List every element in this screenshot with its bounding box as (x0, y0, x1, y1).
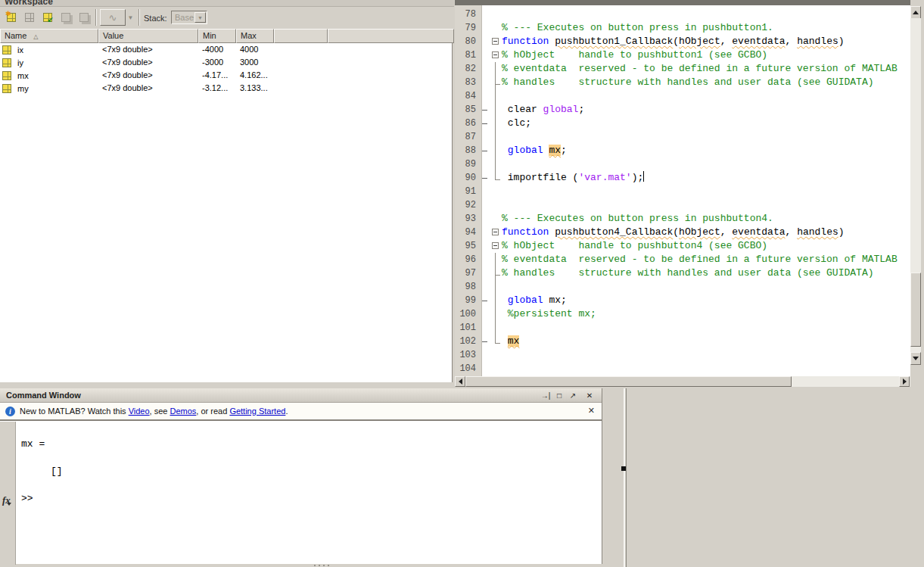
stack-dropdown-arrow-icon[interactable]: ▼ (194, 12, 206, 23)
column-header-value[interactable]: Value (98, 29, 198, 43)
breakpoint-margin[interactable] (479, 294, 491, 307)
plot-dropdown-button[interactable]: ▼ (126, 9, 135, 26)
breakpoint-margin[interactable] (479, 198, 491, 212)
scroll-up-button[interactable] (910, 6, 921, 19)
stack-combobox[interactable]: Base ▼ (171, 11, 207, 24)
breakpoint-margin[interactable] (479, 266, 491, 280)
editor-line[interactable]: 97% handles structure with handles and u… (455, 266, 910, 280)
breakpoint-margin[interactable] (479, 348, 491, 362)
undock-button[interactable]: ↗ (567, 390, 579, 401)
editor-line[interactable]: 102 mx (455, 335, 910, 348)
editor-line[interactable]: 91 (455, 185, 910, 198)
breakpoint-margin[interactable] (479, 321, 491, 335)
breakpoint-margin[interactable] (479, 226, 491, 239)
breakpoint-margin[interactable] (479, 144, 491, 157)
editor-code-area[interactable]: 7879% --- Executes on button press in pu… (455, 5, 910, 376)
breakpoint-margin[interactable] (479, 8, 491, 21)
editor-line[interactable]: 103 (455, 348, 910, 362)
function-browser-button[interactable]: fx (2, 494, 15, 506)
breakpoint-margin[interactable] (479, 307, 491, 321)
column-header-name[interactable]: Name△ (0, 29, 98, 43)
workspace-table-body[interactable]: ix<7x9 double>-40004000iy<7x9 double>-30… (0, 43, 453, 382)
editor-line[interactable]: 96% eventdata reserved - to be defined i… (455, 253, 910, 266)
column-header-min[interactable]: Min (198, 29, 236, 43)
workspace-titlebar[interactable]: Workspace (0, 0, 454, 7)
editor-line[interactable]: 100 %persistent mx; (455, 307, 910, 321)
maximize-button[interactable]: □ (553, 390, 565, 401)
editor-line[interactable]: 85 clear global; (455, 103, 910, 117)
panel-splitter[interactable] (624, 388, 625, 567)
editor-line[interactable]: 94function pushbutton4_Callback(hObject,… (455, 226, 910, 239)
banner-close-icon[interactable]: ✕ (588, 406, 595, 416)
editor-line[interactable]: 90 importfile ('var.mat'); (455, 171, 910, 185)
editor-line[interactable]: 82% eventdata reserved - to be defined i… (455, 62, 910, 76)
splitter-grip[interactable] (314, 565, 331, 566)
table-row[interactable]: iy<7x9 double>-30003000 (0, 56, 452, 69)
editor-line[interactable]: 104 (455, 362, 910, 375)
editor-line[interactable]: 84 (455, 89, 910, 103)
column-header-blank[interactable] (274, 29, 328, 43)
table-row[interactable]: my<7x9 double>-3.12...3.133... (0, 82, 452, 95)
horizontal-scroll-thumb[interactable] (465, 376, 792, 387)
breakpoint-margin[interactable] (479, 35, 491, 48)
code-fold-collapse-icon[interactable] (492, 242, 499, 249)
close-button[interactable]: ✕ (583, 390, 596, 401)
breakpoint-margin[interactable] (479, 212, 491, 226)
getting-started-link[interactable]: Getting Started (229, 407, 285, 416)
breakpoint-margin[interactable] (479, 157, 491, 171)
new-variable-button[interactable]: ✱ (3, 9, 20, 26)
scroll-left-button[interactable] (455, 376, 465, 387)
breakpoint-margin[interactable] (479, 253, 491, 266)
editor-line[interactable]: 89 (455, 157, 910, 171)
scroll-right-button[interactable] (899, 376, 910, 387)
plot-selection-button[interactable]: ∿ (100, 9, 126, 26)
editor-line[interactable]: 83% handles structure with handles and u… (455, 76, 910, 89)
breakpoint-margin[interactable] (479, 62, 491, 76)
editor-line[interactable]: 98 (455, 280, 910, 294)
editor-line[interactable]: 78 (455, 8, 910, 21)
breakpoint-margin[interactable] (479, 239, 491, 253)
import-data-button[interactable]: ↙ (39, 9, 56, 26)
editor-line[interactable]: 86 clc; (455, 117, 910, 130)
command-prompt[interactable]: >> (17, 492, 599, 506)
command-window-titlebar[interactable]: Command Window →| □ ↗ ✕ (0, 388, 602, 403)
editor-line[interactable]: 101 (455, 321, 910, 335)
breakpoint-margin[interactable] (479, 185, 491, 198)
editor-line[interactable]: 93% --- Executes on button press in push… (455, 212, 910, 226)
video-link[interactable]: Video (129, 407, 150, 416)
save-workspace-button[interactable] (58, 9, 74, 26)
breakpoint-margin[interactable] (479, 21, 491, 35)
breakpoint-margin[interactable] (479, 89, 491, 103)
table-row[interactable]: mx<7x9 double>-4.17...4.162... (0, 69, 452, 82)
vertical-scroll-thumb[interactable] (910, 273, 921, 347)
demos-link[interactable]: Demos (170, 407, 197, 416)
table-row[interactable]: ix<7x9 double>-40004000 (0, 43, 452, 56)
breakpoint-margin[interactable] (479, 48, 491, 62)
editor-line[interactable]: 95% hObject handle to pushbutton4 (see G… (455, 239, 910, 253)
splitter-handle[interactable] (621, 466, 626, 471)
editor-vertical-scrollbar[interactable] (910, 5, 921, 376)
breakpoint-margin[interactable] (479, 171, 491, 185)
editor-line[interactable]: 92 (455, 198, 910, 212)
breakpoint-margin[interactable] (479, 280, 491, 294)
editor-line[interactable]: 81% hObject handle to pushbutton1 (see G… (455, 48, 910, 62)
column-header-max[interactable]: Max (236, 29, 274, 43)
code-fold-collapse-icon[interactable] (492, 51, 499, 58)
breakpoint-margin[interactable] (479, 335, 491, 348)
code-fold-collapse-icon[interactable] (492, 38, 499, 45)
column-header-blank[interactable] (328, 29, 454, 43)
breakpoint-margin[interactable] (479, 117, 491, 130)
editor-line[interactable]: 87 (455, 130, 910, 144)
breakpoint-margin[interactable] (479, 103, 491, 117)
editor-line[interactable]: 99 global mx; (455, 294, 910, 307)
dock-button[interactable]: →| (540, 390, 552, 401)
open-selection-button[interactable] (21, 9, 38, 26)
editor-horizontal-scrollbar[interactable] (455, 376, 910, 387)
delete-variable-button[interactable] (76, 9, 92, 26)
editor-line[interactable]: 80function pushbutton1_Callback(hObject,… (455, 35, 910, 48)
breakpoint-margin[interactable] (479, 76, 491, 89)
breakpoint-margin[interactable] (479, 362, 491, 375)
scroll-down-button[interactable] (910, 352, 921, 365)
editor-line[interactable]: 88 global mx; (455, 144, 910, 157)
command-window-content[interactable]: fx mx = []>> (0, 420, 602, 564)
